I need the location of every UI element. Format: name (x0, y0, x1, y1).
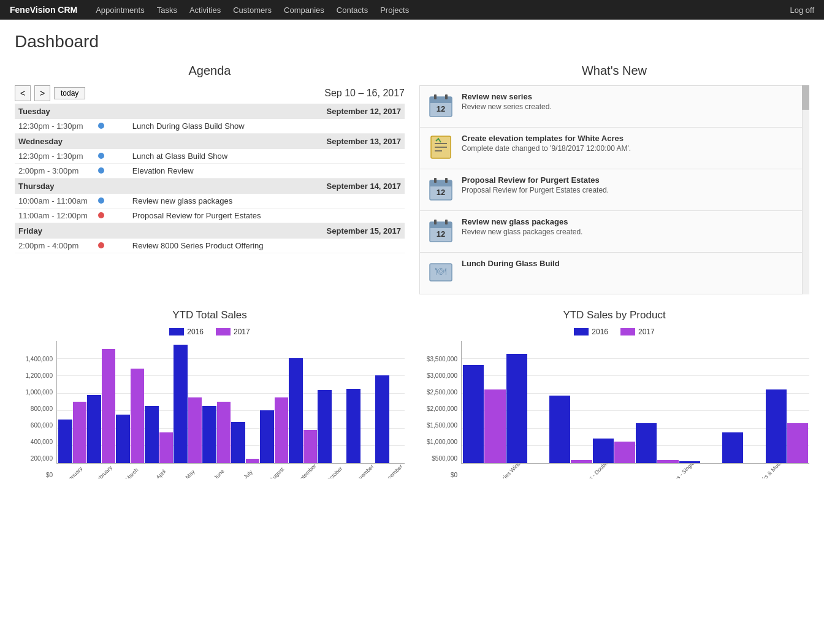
bar-group (231, 422, 259, 463)
svg-rect-5 (445, 94, 448, 99)
event-title: Review 8000 Series Product Offering (129, 239, 405, 253)
lunch-icon: 🍽 (427, 259, 454, 286)
day-date: September 13, 2017 (129, 134, 405, 150)
bar-2017 (657, 460, 678, 463)
wn-icon-container (427, 134, 454, 163)
whats-new-list: 12 Review new series Review new series c… (419, 85, 809, 294)
nav-tasks[interactable]: Tasks (157, 6, 177, 15)
ytd-sales-title: YTD Total Sales (15, 309, 405, 321)
wn-icon-container: 12 (427, 175, 454, 204)
ytd-sales-legend: 2016 2017 (15, 328, 405, 336)
product-legend-2016: 2016 (574, 328, 608, 336)
calendar-icon: 12 (427, 92, 454, 119)
bar-group (593, 439, 636, 463)
calendar-icon: 12 (427, 175, 454, 202)
agenda-today-button[interactable]: today (54, 87, 85, 99)
product-legend-swatch-2016 (574, 328, 589, 335)
legend-2017-label: 2017 (234, 328, 250, 336)
svg-rect-4 (434, 94, 437, 99)
product-legend-2016-label: 2016 (592, 328, 608, 336)
bar-group (506, 354, 549, 463)
wn-text: Review new glass packages Review new gla… (462, 217, 801, 236)
agenda-next-button[interactable]: > (34, 85, 50, 101)
bar-2016 (87, 395, 101, 463)
wn-item-desc: Review new glass packages created. (462, 228, 801, 236)
event-dot (94, 149, 129, 164)
bar-2016 (145, 406, 159, 463)
agenda-day-header: ThursdaySeptember 14, 2017 (15, 178, 405, 194)
main-grid: Agenda < > today Sep 10 – 16, 2017 Tuesd… (15, 64, 809, 294)
event-dot (94, 239, 129, 253)
x-label: April (155, 469, 167, 478)
svg-text:12: 12 (437, 188, 445, 197)
agenda-day-header: FridaySeptember 15, 2017 (15, 223, 405, 239)
y-label: $0 (419, 472, 457, 478)
event-dot (94, 209, 129, 223)
x-label-wrapper: Doors - Single (636, 464, 723, 478)
event-title: Lunch During Glass Build Show (129, 119, 405, 134)
x-label: January (65, 466, 83, 478)
whats-new-title: What's New (419, 64, 809, 78)
bar-group (318, 390, 346, 463)
agenda-day-header: WednesdaySeptember 13, 2017 (15, 134, 405, 150)
x-label-wrapper: October (318, 464, 347, 478)
bar-2016 (375, 375, 389, 463)
bar-2017 (246, 459, 260, 463)
y-label: 200,000 (15, 455, 53, 462)
wn-item-desc: Review new series created. (462, 102, 801, 111)
whats-new-item: 12 Proposal Review for Purgert Estates P… (420, 169, 809, 211)
bar-2016 (593, 439, 614, 463)
day-date: September 12, 2017 (129, 104, 405, 119)
nav-contacts[interactable]: Contacts (337, 6, 368, 15)
bar-2016 (506, 354, 527, 463)
scroll-thumb[interactable] (802, 85, 809, 110)
wn-icon-container: 12 (427, 92, 454, 121)
wn-item-title: Create elevation templates for White Acr… (462, 134, 801, 143)
agenda-title: Agenda (15, 64, 405, 78)
x-label: August (269, 466, 285, 478)
y-label: $2,000,000 (419, 405, 457, 412)
nav-appointments[interactable]: Appointments (96, 6, 145, 15)
agenda-event-row: 12:30pm - 1:30pm Lunch During Glass Buil… (15, 119, 405, 134)
logoff-link[interactable]: Log off (790, 6, 814, 15)
bar-group (766, 389, 809, 463)
legend-2016-label: 2016 (187, 328, 204, 336)
x-label-wrapper: April (145, 464, 174, 478)
product-legend-swatch-2017 (620, 328, 635, 335)
bar-2017 (787, 423, 808, 463)
wn-item-title: Review new glass packages (462, 217, 801, 226)
scrollbar[interactable] (802, 85, 809, 294)
y-label: 600,000 (15, 422, 53, 429)
y-label: 800,000 (15, 405, 53, 412)
nav-projects[interactable]: Projects (380, 6, 409, 15)
task-icon (427, 134, 454, 161)
x-label-wrapper: January (58, 464, 86, 478)
agenda-prev-button[interactable]: < (15, 85, 31, 101)
agenda-controls: < > today Sep 10 – 16, 2017 (15, 85, 405, 101)
nav-companies[interactable]: Companies (284, 6, 324, 15)
x-label-wrapper: August (260, 464, 289, 478)
whats-new-item: 🍽 Lunch During Glass Build (420, 253, 809, 294)
event-dot (94, 194, 129, 209)
nav-customers[interactable]: Customers (233, 6, 272, 15)
x-label: June (213, 468, 226, 478)
x-label-wrapper: 8000 Series Windows (462, 464, 549, 478)
y-label: 400,000 (15, 439, 53, 445)
top-nav: FeneVision CRM Appointments Tasks Activi… (0, 0, 824, 20)
y-label: $1,000,000 (419, 439, 457, 445)
x-label: Doors - Double (579, 464, 610, 478)
wn-item-title: Lunch During Glass Build (462, 259, 801, 268)
bar-2017 (571, 460, 592, 463)
svg-rect-2 (430, 101, 452, 103)
wn-icon-container: 12 (427, 217, 454, 246)
event-title: Proposal Review for Purgert Estates (129, 209, 405, 223)
wn-item-title: Proposal Review for Purgert Estates (462, 175, 801, 185)
x-label-wrapper: Stacks & Mulls (723, 464, 810, 478)
bar-2017 (188, 397, 202, 463)
nav-activities[interactable]: Activities (189, 6, 221, 15)
svg-rect-21 (445, 220, 448, 224)
bar-group (289, 358, 317, 463)
whats-new-scroll-area: 12 Review new series Review new series c… (419, 85, 809, 294)
day-date: September 14, 2017 (129, 178, 405, 194)
bar-group (636, 423, 679, 463)
